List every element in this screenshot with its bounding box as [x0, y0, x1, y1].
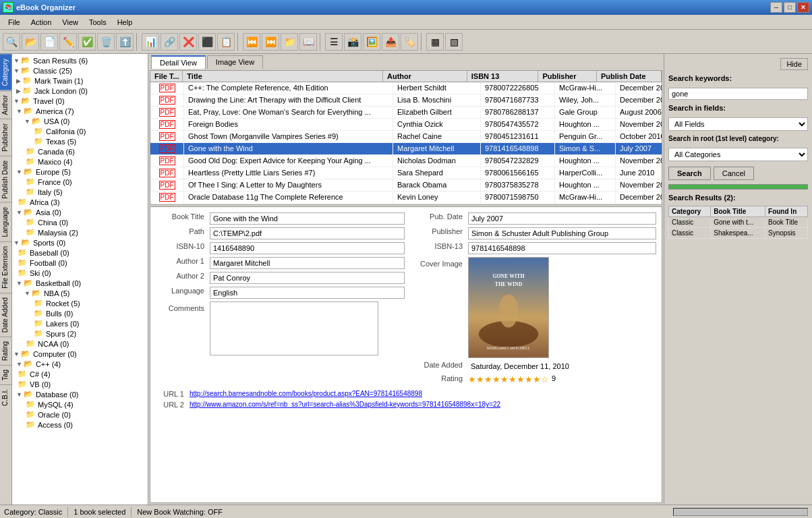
tree-item[interactable]: 📁Califonia (0): [13, 126, 146, 136]
tree-item[interactable]: ▼📂Computer (0): [13, 349, 146, 359]
toolbar-btn-23[interactable]: ▧: [445, 33, 463, 51]
tree-item[interactable]: 📁Lakers (0): [13, 318, 146, 328]
search-keywords-input[interactable]: [668, 88, 808, 100]
tree-item[interactable]: 📁Access (0): [13, 420, 146, 430]
tree-item[interactable]: 📁Football (0): [13, 258, 146, 268]
tree-item[interactable]: ▼📂Asia (0): [13, 207, 146, 217]
tree-item[interactable]: 📁Ski (0): [13, 268, 146, 278]
th-author[interactable]: Author: [383, 71, 467, 82]
sidebar-tab-language[interactable]: Language: [0, 202, 11, 241]
detail-author2-input[interactable]: [210, 272, 405, 284]
tree-item[interactable]: 📁MySQL (4): [13, 399, 146, 409]
toolbar-btn-13[interactable]: ⏮️: [243, 33, 260, 51]
sidebar-tab-date-added[interactable]: Date Added: [0, 293, 11, 337]
toolbar-btn-14[interactable]: ⏭️: [262, 33, 279, 51]
title-bar-controls[interactable]: ─ □ ✕: [770, 2, 809, 13]
detail-author1-input[interactable]: [210, 257, 405, 269]
table-row[interactable]: PDFDrawing the Line: Art Therapy with th…: [150, 94, 662, 107]
sidebar-tab-cbi[interactable]: C.B.I.: [0, 384, 11, 410]
detail-rating-stars[interactable]: ★★★★★★★★★☆: [468, 374, 549, 384]
toolbar-btn-19[interactable]: 🖼️: [363, 33, 380, 51]
toolbar-btn-10[interactable]: ❌: [179, 33, 197, 51]
root-category-select[interactable]: All Categories Classic Travel Sports Com…: [668, 148, 808, 161]
table-row[interactable]: PDFEat, Pray, Love: One Woman's Search f…: [150, 107, 662, 119]
toolbar-btn-18[interactable]: 📸: [344, 33, 361, 51]
tree-item[interactable]: ▼📂C++ (4): [13, 359, 146, 369]
menu-tools[interactable]: Tools: [84, 17, 112, 28]
tree-item[interactable]: 📁C# (4): [13, 369, 146, 379]
sidebar-tab-publish-date[interactable]: Publish Date: [0, 156, 11, 203]
th-title[interactable]: Title: [183, 71, 383, 82]
toolbar-btn-16[interactable]: 📖: [299, 33, 317, 51]
toolbar-btn-9[interactable]: 🔗: [161, 33, 178, 51]
results-table-row[interactable]: ClassicGone with t...Book Title: [669, 217, 808, 228]
tree-item[interactable]: ▼📂USA (0): [13, 116, 146, 126]
tree-item[interactable]: ▼📂Europe (5): [13, 167, 146, 177]
tree-item[interactable]: ▼📂Basketball (0): [13, 278, 146, 288]
table-row[interactable]: PDFGood Old Dog: Expert Advice for Keepi…: [150, 155, 662, 167]
detail-isbn13-input[interactable]: [468, 242, 656, 254]
detail-isbn10-input[interactable]: [210, 242, 405, 254]
table-row[interactable]: PDFGhost Town (Morganville Vampires Seri…: [150, 131, 662, 143]
sidebar-tab-category[interactable]: Category: [0, 54, 11, 90]
tree-item[interactable]: ▼📂Sports (0): [13, 237, 146, 248]
sidebar-tab-author[interactable]: Author: [0, 90, 11, 119]
toolbar-btn-11[interactable]: ⬛: [198, 33, 216, 51]
cancel-button[interactable]: Cancel: [714, 167, 754, 180]
th-filetype[interactable]: File T...: [150, 71, 183, 82]
tab-detail-view[interactable]: Detail View: [151, 55, 206, 69]
toolbar-btn-1[interactable]: 🔍: [3, 33, 20, 51]
sidebar-tab-tag[interactable]: Tag: [0, 365, 11, 384]
tree-item[interactable]: ▼📂NBA (5): [13, 288, 146, 298]
th-publisher[interactable]: Publisher: [538, 71, 597, 82]
toolbar-btn-22[interactable]: ▦: [426, 33, 444, 51]
detail-publisher-input[interactable]: [468, 227, 656, 239]
sidebar-tab-publisher[interactable]: Publisher: [0, 119, 11, 156]
detail-path-input[interactable]: [210, 227, 405, 239]
tree-item[interactable]: ▼📂America (7): [13, 106, 146, 116]
menu-action[interactable]: Action: [26, 17, 57, 28]
th-publish-date[interactable]: Publish Date: [597, 71, 662, 82]
search-in-fields-select[interactable]: All Fields Title Author ISBN Publisher: [668, 117, 808, 131]
detail-language-input[interactable]: [210, 287, 405, 299]
tree-item[interactable]: 📁NCAA (0): [13, 339, 146, 349]
hide-button[interactable]: Hide: [780, 58, 808, 70]
toolbar-btn-2[interactable]: 📂: [22, 33, 39, 51]
table-row[interactable]: PDFHeartless (Pretty Little Liars Series…: [150, 167, 662, 179]
minimize-button[interactable]: ─: [770, 2, 782, 13]
table-row[interactable]: PDFPacking for Mars: The Curious Science…: [150, 204, 662, 204]
menu-help[interactable]: Help: [112, 17, 138, 28]
toolbar-btn-20[interactable]: 📤: [382, 33, 399, 51]
table-row[interactable]: PDFForeign BodiesCynthia Ozick9780547435…: [150, 119, 662, 131]
tree-item[interactable]: 📁Africa (3): [13, 197, 146, 207]
sidebar-tab-rating[interactable]: Rating: [0, 337, 11, 365]
table-row[interactable]: PDFC++: The Complete Reference, 4th Edit…: [150, 82, 662, 94]
tree-item[interactable]: 📁Canada (6): [13, 146, 146, 156]
tree-item[interactable]: 📁Maxico (4): [13, 156, 146, 167]
tree-item[interactable]: ▶📁Jack London (0): [13, 86, 146, 96]
toolbar-btn-8[interactable]: 📊: [142, 33, 159, 51]
tree-item[interactable]: ▼📂Classic (25): [13, 65, 146, 76]
tree-item[interactable]: 📁Malaysia (2): [13, 227, 146, 237]
tree-item[interactable]: 📁Oracle (0): [13, 409, 146, 420]
tree-item[interactable]: 📁Bulls (0): [13, 308, 146, 318]
detail-pubdate-input[interactable]: [468, 212, 656, 225]
table-row[interactable]: PDFOf Thee I Sing: A Letter to My Daught…: [150, 179, 662, 192]
toolbar-btn-4[interactable]: ✏️: [59, 33, 77, 51]
tree-item[interactable]: ▼📂Travel (0): [13, 96, 146, 106]
tree-item[interactable]: 📁China (0): [13, 217, 146, 227]
toolbar-btn-6[interactable]: 🗑️: [97, 33, 115, 51]
search-button[interactable]: Search: [668, 167, 711, 180]
tree-item[interactable]: 📁France (0): [13, 177, 146, 187]
toolbar-btn-21[interactable]: 🏷️: [401, 33, 418, 51]
toolbar-btn-5[interactable]: ✅: [78, 33, 96, 51]
detail-url1-link[interactable]: http://search.barnesandnoble.com/books/p…: [190, 390, 422, 397]
tree-item[interactable]: ▼📂Scan Results (6): [13, 55, 146, 65]
table-row[interactable]: PDFOracle Database 11g The Complete Refe…: [150, 192, 662, 204]
detail-url2-link[interactable]: http://www.amazon.com/s/ref=nb_ss?url=se…: [190, 401, 500, 408]
results-th-book-title[interactable]: Book Title: [711, 206, 765, 217]
detail-book-title-input[interactable]: [210, 212, 405, 225]
results-th-category[interactable]: Category: [669, 206, 711, 217]
toolbar-btn-7[interactable]: ⬆️: [116, 33, 134, 51]
toolbar-btn-15[interactable]: 📁: [281, 33, 298, 51]
